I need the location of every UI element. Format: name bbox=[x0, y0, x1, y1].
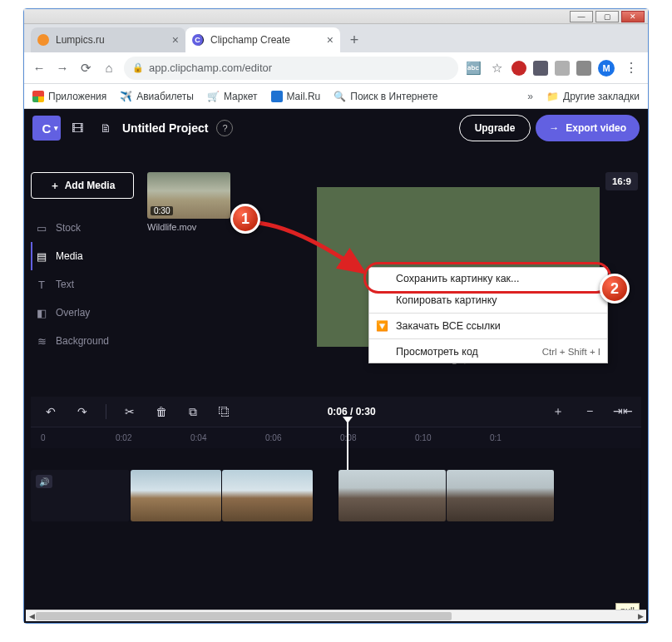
media-library-item[interactable]: 0:30 Wildlife.mov bbox=[147, 172, 230, 232]
extension-pdf-icon[interactable] bbox=[555, 61, 570, 76]
new-tab-button[interactable]: + bbox=[343, 29, 365, 51]
undo-button[interactable]: ↶ bbox=[42, 405, 59, 418]
extension-icon[interactable] bbox=[533, 61, 548, 76]
bookmark-star-icon[interactable]: ☆ bbox=[488, 61, 505, 76]
timeline-clip[interactable] bbox=[131, 470, 222, 521]
app-main: ＋ Add Media ▭ Stock ▤ Media T Text ◧ O bbox=[24, 147, 648, 623]
download-icon: 🔽 bbox=[376, 320, 388, 332]
bookmark-apps[interactable]: Приложения bbox=[32, 91, 106, 102]
sidebar-item-label: Text bbox=[56, 279, 74, 290]
sidebar-item-background[interactable]: ≋ Background bbox=[31, 327, 134, 355]
browser-menu-button[interactable]: ⋮ bbox=[621, 60, 641, 76]
zoom-in-button[interactable]: ＋ bbox=[550, 404, 566, 419]
forward-button[interactable]: → bbox=[54, 61, 71, 75]
context-menu: Сохранить картинку как... Копировать кар… bbox=[368, 267, 608, 363]
close-tab-icon[interactable]: × bbox=[327, 33, 334, 47]
sidebar-item-stock[interactable]: ▭ Stock bbox=[31, 214, 134, 242]
bookmark-other[interactable]: 📁 Другие закладки bbox=[546, 91, 640, 102]
copy-button[interactable]: ⧉ bbox=[185, 405, 201, 419]
background-icon: ≋ bbox=[36, 335, 47, 348]
sidebar-item-text[interactable]: T Text bbox=[31, 270, 134, 299]
timeline-clip[interactable] bbox=[222, 470, 314, 521]
ruler-tick: 0:08 bbox=[340, 433, 415, 442]
context-copy-image[interactable]: Копировать картинку bbox=[369, 289, 607, 311]
context-item-label: Просмотреть код bbox=[396, 346, 478, 358]
address-bar[interactable]: 🔒 app.clipchamp.com/editor bbox=[124, 57, 458, 80]
zoom-fit-button[interactable]: ⇥⇤ bbox=[613, 404, 630, 419]
url-text: app.clipchamp.com/editor bbox=[149, 62, 272, 74]
redo-button[interactable]: ↷ bbox=[74, 405, 91, 418]
reload-button[interactable]: ⟳ bbox=[77, 61, 94, 76]
help-icon[interactable]: ? bbox=[216, 120, 233, 136]
browser-tab-strip: Lumpics.ru × C Clipchamp Create × + bbox=[24, 24, 648, 52]
extension-adblock-icon[interactable] bbox=[511, 61, 526, 76]
overlay-icon: ◧ bbox=[36, 307, 47, 319]
window-close-button[interactable]: ✕ bbox=[621, 11, 645, 22]
bookmarks-overflow-icon[interactable]: » bbox=[527, 91, 533, 102]
context-inspect[interactable]: Просмотреть код Ctrl + Shift + I bbox=[369, 341, 607, 363]
export-video-button[interactable]: → Export video bbox=[536, 115, 640, 141]
context-download-all-links[interactable]: 🔽 Закачать ВСЕ ссылки bbox=[369, 315, 607, 337]
plus-icon: ＋ bbox=[50, 179, 60, 193]
app-toolbar: C▾ 🎞 🗎 Untitled Project ? Upgrade → Expo… bbox=[24, 109, 648, 147]
browser-tab-clipchamp[interactable]: C Clipchamp Create × bbox=[185, 27, 340, 52]
bookmark-label: Приложения bbox=[48, 91, 106, 102]
extension-icon[interactable] bbox=[576, 61, 591, 76]
ruler-tick: 0:06 bbox=[265, 433, 340, 442]
timeline-track[interactable]: 🔊 bbox=[31, 470, 641, 521]
profile-avatar[interactable]: M bbox=[598, 60, 615, 77]
document-icon[interactable]: 🗎 bbox=[94, 116, 117, 140]
sidebar-item-overlay[interactable]: ◧ Overlay bbox=[31, 299, 134, 327]
window-maximize-button[interactable]: ▢ bbox=[595, 11, 619, 22]
bookmark-label: Mail.Ru bbox=[287, 91, 321, 102]
clipchamp-app: C▾ 🎞 🗎 Untitled Project ? Upgrade → Expo… bbox=[24, 109, 648, 623]
zoom-out-button[interactable]: − bbox=[581, 404, 598, 419]
back-button[interactable]: ← bbox=[31, 61, 47, 75]
media-thumbnail: 0:30 bbox=[147, 172, 230, 219]
browser-tab-lumpics[interactable]: Lumpics.ru × bbox=[31, 27, 185, 52]
translate-icon[interactable]: 🔤 bbox=[465, 61, 482, 76]
plane-icon: ✈️ bbox=[120, 91, 132, 102]
window-minimize-button[interactable]: — bbox=[570, 11, 593, 22]
horizontal-scrollbar[interactable]: ◀ ▶ bbox=[26, 610, 646, 621]
search-icon: 🔍 bbox=[334, 91, 346, 102]
context-separator bbox=[369, 338, 607, 339]
duplicate-button[interactable]: ⿻ bbox=[216, 405, 233, 418]
folder-icon: 📁 bbox=[546, 91, 559, 102]
track-header: 🔊 bbox=[31, 470, 131, 521]
bookmark-label: Другие закладки bbox=[563, 91, 640, 102]
scroll-thumb[interactable] bbox=[36, 612, 452, 620]
scroll-right-button[interactable]: ▶ bbox=[635, 610, 646, 622]
browser-toolbar: ← → ⟳ ⌂ 🔒 app.clipchamp.com/editor 🔤 ☆ M… bbox=[24, 52, 648, 84]
project-title[interactable]: Untitled Project bbox=[122, 121, 208, 135]
bookmark-airtickets[interactable]: ✈️ Авиабилеты bbox=[120, 91, 194, 102]
bookmark-mailru[interactable]: Mail.Ru bbox=[271, 91, 321, 102]
upgrade-button[interactable]: Upgrade bbox=[459, 115, 531, 141]
bookmark-label: Маркет bbox=[224, 91, 258, 102]
video-settings-icon[interactable]: 🎞 bbox=[66, 116, 89, 140]
context-item-label: Сохранить картинку как... bbox=[396, 273, 520, 284]
timeline-empty bbox=[555, 470, 641, 521]
sidebar-item-media[interactable]: ▤ Media bbox=[31, 242, 134, 270]
context-shortcut: Ctrl + Shift + I bbox=[542, 347, 600, 357]
sidebar-item-label: Background bbox=[56, 335, 109, 347]
split-button[interactable]: ✂ bbox=[121, 405, 138, 418]
add-media-button[interactable]: ＋ Add Media bbox=[31, 172, 134, 199]
timeline-clip[interactable] bbox=[338, 470, 447, 521]
clipchamp-logo-menu[interactable]: C▾ bbox=[32, 116, 61, 141]
timeline-time: 0:06 / 0:30 bbox=[328, 406, 376, 417]
close-tab-icon[interactable]: × bbox=[172, 33, 179, 47]
aspect-ratio-badge[interactable]: 16:9 bbox=[605, 172, 638, 190]
ruler-tick: 0:1 bbox=[490, 433, 565, 442]
bookmark-search[interactable]: 🔍 Поиск в Интернете bbox=[334, 91, 437, 102]
timeline-clip[interactable] bbox=[447, 470, 555, 521]
stock-icon: ▭ bbox=[36, 222, 47, 235]
timeline-ruler[interactable]: 0 0:02 0:04 0:06 0:08 0:10 0:1 bbox=[31, 427, 641, 448]
context-save-image-as[interactable]: Сохранить картинку как... bbox=[369, 268, 607, 289]
home-button[interactable]: ⌂ bbox=[101, 61, 117, 75]
bookmark-market[interactable]: 🛒 Маркет bbox=[207, 91, 258, 102]
audio-icon[interactable]: 🔊 bbox=[36, 475, 52, 488]
delete-button[interactable]: 🗑 bbox=[153, 405, 170, 418]
ruler-tick: 0:10 bbox=[415, 433, 490, 442]
annotation-marker-2: 2 bbox=[600, 274, 630, 304]
